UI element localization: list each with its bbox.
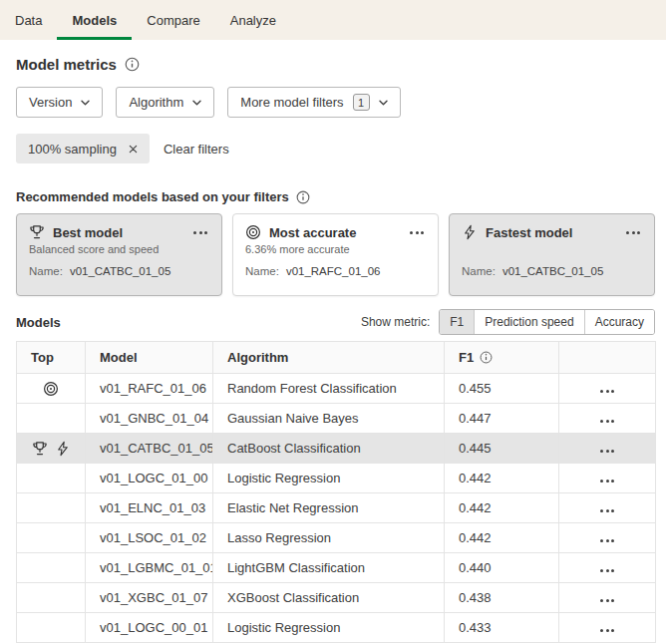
column-header-f1: F1 xyxy=(445,342,559,374)
best-model-card-name: Name:v01_CATBC_01_05 xyxy=(29,265,209,277)
chevron-down-icon xyxy=(192,100,201,106)
column-header-top: Top xyxy=(17,342,86,374)
most-accurate-menu-button[interactable] xyxy=(408,227,426,238)
fastest-model-card-header: Fastest model xyxy=(462,224,642,240)
f1-cell: 0.433 xyxy=(445,613,559,643)
name-label: Name: xyxy=(462,265,496,277)
version-filter-dropdown[interactable]: Version xyxy=(16,87,103,118)
algorithm-cell: XGBoost Classification xyxy=(213,583,445,613)
column-header-model: Model xyxy=(86,342,213,374)
target-icon xyxy=(43,381,59,397)
algorithm-cell: Logistic Regression xyxy=(213,464,445,493)
fastest-model-card[interactable]: Fastest model Name:v01_CATBC_01_05 xyxy=(449,213,655,296)
active-filters-row: 100% sampling Clear filters xyxy=(16,134,655,163)
name-label: Name: xyxy=(29,265,63,277)
table-row[interactable]: v01_LGBMC_01_01 LightGBM Classification … xyxy=(17,553,656,583)
model-name-value: v01_RAFC_01_06 xyxy=(286,265,381,277)
model-name-value: v01_CATBC_01_05 xyxy=(502,265,603,277)
fastest-model-card-subtitle xyxy=(462,243,642,256)
version-filter-label: Version xyxy=(29,95,72,110)
table-row-selected[interactable]: v01_CATBC_01_05 CatBoost Classification … xyxy=(17,434,656,464)
f1-header-label: F1 xyxy=(459,350,474,365)
row-menu-button[interactable] xyxy=(598,446,616,457)
row-menu-button[interactable] xyxy=(598,625,616,636)
models-section-title: Models xyxy=(16,315,61,330)
model-name-cell: v01_LSOC_01_02 xyxy=(86,523,213,553)
best-model-card-title: Best model xyxy=(53,225,183,240)
tab-models[interactable]: Models xyxy=(57,0,132,40)
most-accurate-card-title: Most accurate xyxy=(269,225,400,240)
f1-cell: 0.442 xyxy=(445,523,559,553)
recommended-info-icon[interactable] xyxy=(296,190,310,204)
model-name-value: v01_CATBC_01_05 xyxy=(70,265,170,277)
table-row[interactable]: v01_LOGC_00_01 Logistic Regression 0.433 xyxy=(17,613,656,643)
fastest-model-card-name: Name:v01_CATBC_01_05 xyxy=(462,265,642,277)
model-name-cell: v01_ELNC_01_03 xyxy=(86,493,213,523)
table-header-row: Top Model Algorithm F1 xyxy=(17,342,656,374)
main-content: Model metrics Version Algorithm More mod… xyxy=(0,40,666,643)
f1-cell: 0.438 xyxy=(445,583,559,613)
model-metrics-info-icon[interactable] xyxy=(125,57,140,72)
f1-cell: 0.447 xyxy=(445,404,559,434)
table-row[interactable]: v01_GNBC_01_04 Gaussian Naive Bayes 0.44… xyxy=(17,404,656,434)
tab-analyze[interactable]: Analyze xyxy=(215,0,291,40)
model-name-cell: v01_GNBC_01_04 xyxy=(86,404,213,434)
f1-cell: 0.442 xyxy=(445,464,559,493)
row-menu-button[interactable] xyxy=(598,535,616,546)
sampling-filter-chip[interactable]: 100% sampling xyxy=(16,134,150,163)
chevron-down-icon xyxy=(81,100,90,106)
model-name-cell: v01_LOGC_00_01 xyxy=(86,613,213,643)
row-menu-button[interactable] xyxy=(598,565,616,576)
clear-filters-button[interactable]: Clear filters xyxy=(164,142,229,157)
row-menu-button[interactable] xyxy=(598,595,616,606)
table-row[interactable]: v01_XGBC_01_07 XGBoost Classification 0.… xyxy=(17,583,656,613)
table-row[interactable]: v01_ELNC_01_03 Elastic Net Regression 0.… xyxy=(17,493,656,523)
f1-cell: 0.440 xyxy=(445,553,559,583)
metric-picker: Show metric: F1 Prediction speed Accurac… xyxy=(361,309,655,335)
model-name-cell: v01_RAFC_01_06 xyxy=(86,374,213,404)
recommended-section-header: Recommended models based on your filters xyxy=(16,189,655,204)
row-menu-button[interactable] xyxy=(598,416,616,427)
row-menu-button[interactable] xyxy=(598,476,616,486)
algorithm-filter-dropdown[interactable]: Algorithm xyxy=(116,87,214,118)
target-icon xyxy=(245,224,261,240)
most-accurate-card-header: Most accurate xyxy=(245,224,426,240)
top-tab-bar: Data Models Compare Analyze xyxy=(0,0,666,40)
algorithm-cell: CatBoost Classification xyxy=(213,434,445,464)
f1-cell: 0.445 xyxy=(445,434,559,464)
trophy-icon xyxy=(32,441,48,457)
table-row[interactable]: v01_LSOC_01_02 Lasso Regression 0.442 xyxy=(17,523,656,553)
best-model-card-subtitle: Balanced score and speed xyxy=(29,243,209,256)
f1-cell: 0.442 xyxy=(445,493,559,523)
chevron-down-icon xyxy=(379,100,388,106)
row-menu-button[interactable] xyxy=(598,386,616,397)
metric-option-prediction-speed[interactable]: Prediction speed xyxy=(474,310,583,334)
algorithm-cell: Random Forest Classification xyxy=(213,374,445,404)
fastest-model-card-title: Fastest model xyxy=(486,225,616,240)
models-table: Top Model Algorithm F1 v01_RAFC_01_06 xyxy=(16,341,656,643)
best-model-menu-button[interactable] xyxy=(191,227,209,238)
best-model-card[interactable]: Best model Balanced score and speed Name… xyxy=(16,213,222,296)
column-header-algorithm: Algorithm xyxy=(213,342,445,374)
table-row[interactable]: v01_RAFC_01_06 Random Forest Classificat… xyxy=(17,374,656,404)
close-icon[interactable] xyxy=(127,143,140,156)
more-model-filters-dropdown[interactable]: More model filters 1 xyxy=(227,87,400,118)
row-menu-button[interactable] xyxy=(598,505,616,516)
model-name-cell: v01_XGBC_01_07 xyxy=(86,583,213,613)
f1-info-icon[interactable] xyxy=(480,351,493,364)
more-model-filters-label: More model filters xyxy=(240,95,343,110)
bolt-icon xyxy=(55,441,71,457)
tab-compare[interactable]: Compare xyxy=(132,0,214,40)
table-row[interactable]: v01_LOGC_01_00 Logistic Regression 0.442 xyxy=(17,464,656,493)
most-accurate-card-name: Name:v01_RAFC_01_06 xyxy=(245,265,426,277)
metric-option-accuracy[interactable]: Accuracy xyxy=(584,310,654,334)
tab-data[interactable]: Data xyxy=(0,0,57,40)
most-accurate-card[interactable]: Most accurate 6.36% more accurate Name:v… xyxy=(232,213,439,296)
algorithm-cell: Logistic Regression xyxy=(213,613,445,643)
metric-option-f1[interactable]: F1 xyxy=(440,310,474,334)
trophy-icon xyxy=(29,224,45,240)
models-section-header: Models Show metric: F1 Prediction speed … xyxy=(16,309,655,335)
fastest-model-menu-button[interactable] xyxy=(624,227,642,238)
column-header-actions xyxy=(559,342,656,374)
best-model-card-header: Best model xyxy=(29,224,209,240)
